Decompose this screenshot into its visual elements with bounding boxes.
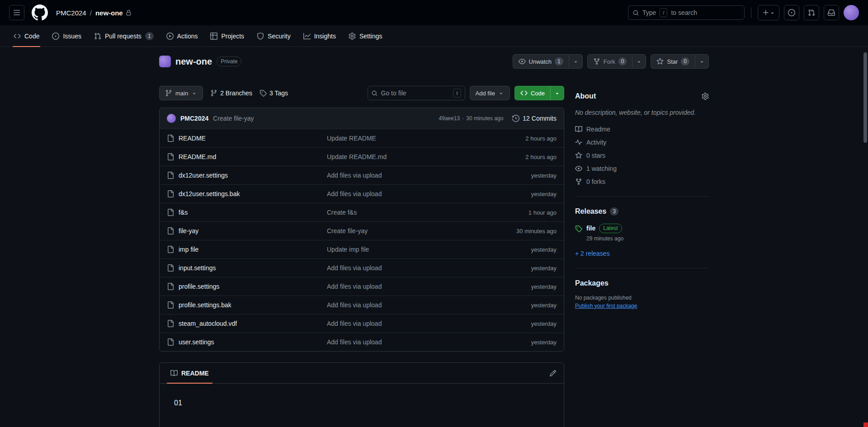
row-commit-message-link[interactable]: Add files via upload — [327, 283, 489, 290]
commit-author-link[interactable]: PMC2024 — [180, 115, 208, 122]
file-name-link[interactable]: user.settings — [179, 338, 214, 346]
row-commit-message-link[interactable]: Add files via upload — [327, 320, 489, 327]
gear-icon[interactable] — [702, 93, 709, 100]
releases-title[interactable]: Releases — [575, 207, 606, 216]
tab-issues[interactable]: Issues — [47, 25, 86, 47]
code-dropdown-button[interactable] — [550, 86, 564, 100]
global-search-input[interactable]: Type / to search — [628, 5, 745, 20]
search-icon — [633, 10, 639, 16]
branches-link[interactable]: 2 Branches — [210, 89, 252, 97]
row-commit-message-link[interactable]: Create f&s — [327, 209, 489, 216]
row-commit-message-link[interactable]: Add files via upload — [327, 264, 489, 272]
fork-button[interactable]: Fork 0 — [587, 54, 632, 69]
row-commit-message-link[interactable]: Update README.md — [327, 153, 489, 160]
latest-release-item[interactable]: file Latest 29 minutes ago — [575, 224, 709, 242]
git-pull-request-icon — [808, 9, 815, 16]
issues-dashboard-button[interactable] — [784, 5, 799, 20]
table-row[interactable]: input.settings Add files via upload yest… — [160, 258, 564, 277]
file-name-link[interactable]: README.md — [179, 153, 216, 160]
repo-nav: Code Issues Pull requests 1 Actions Proj… — [0, 25, 868, 47]
file-name-link[interactable]: profile.settings.bak — [179, 301, 231, 309]
table-row[interactable]: f&s Create f&s 1 hour ago — [160, 203, 564, 221]
file-name-link[interactable]: f&s — [179, 209, 188, 216]
sidebar-item-forks[interactable]: 0 forks — [575, 178, 709, 185]
row-commit-message-link[interactable]: Add files via upload — [327, 338, 489, 346]
commit-author-avatar[interactable] — [167, 114, 176, 123]
table-row[interactable]: dx12user.settings Add files via upload y… — [160, 166, 564, 184]
commit-history-link[interactable]: 12 Commits — [512, 115, 557, 122]
edit-readme-button[interactable] — [546, 366, 560, 380]
hamburger-menu-button[interactable] — [9, 5, 24, 20]
branch-selector-button[interactable]: main — [159, 86, 203, 100]
file-name-link[interactable]: profile.settings — [179, 283, 219, 290]
tab-projects[interactable]: Projects — [205, 25, 250, 47]
tab-settings[interactable]: Settings — [343, 25, 388, 47]
table-row[interactable]: profile.settings.bak Add files via uploa… — [160, 296, 564, 314]
tags-link[interactable]: 3 Tags — [259, 89, 288, 97]
file-name-link[interactable]: dx12user.settings.bak — [179, 190, 240, 197]
table-row[interactable]: README Update README 2 hours ago — [160, 129, 564, 147]
inbox-button[interactable] — [824, 5, 839, 20]
fork-dropdown-button[interactable] — [632, 54, 646, 69]
table-row[interactable]: steam_autocloud.vdf Add files via upload… — [160, 314, 564, 333]
breadcrumb-owner-link[interactable]: PMC2024 — [56, 9, 86, 17]
table-row[interactable]: profile.settings Add files via upload ye… — [160, 277, 564, 296]
tab-insights[interactable]: Insights — [298, 25, 341, 47]
table-row[interactable]: file-yay Create file-yay 30 minutes ago — [160, 221, 564, 240]
row-commit-message-link[interactable]: Update imp file — [327, 246, 489, 253]
user-avatar[interactable] — [844, 5, 859, 20]
tab-actions[interactable]: Actions — [161, 25, 203, 47]
release-name: file — [586, 225, 595, 232]
watch-dropdown-button[interactable] — [569, 54, 583, 69]
file-name-link[interactable]: steam_autocloud.vdf — [179, 320, 237, 327]
tab-pull-requests[interactable]: Pull requests 1 — [89, 25, 159, 47]
pull-requests-dashboard-button[interactable] — [804, 5, 819, 20]
sidebar-item-readme[interactable]: Readme — [575, 126, 709, 133]
file-name-link[interactable]: file-yay — [179, 227, 198, 235]
sidebar-item-watching[interactable]: 1 watching — [575, 165, 709, 172]
fork-label: Fork — [604, 58, 615, 65]
breadcrumb-repo-link[interactable]: new-one — [95, 9, 132, 17]
file-name-link[interactable]: dx12user.settings — [179, 172, 228, 179]
tab-security[interactable]: Security — [251, 25, 296, 47]
sidebar-item-stars[interactable]: 0 stars — [575, 152, 709, 159]
table-row[interactable]: user.settings Add files via upload yeste… — [160, 333, 564, 351]
gear-icon — [349, 33, 356, 40]
fork-icon — [575, 178, 582, 185]
create-new-dropdown-button[interactable] — [758, 5, 779, 20]
more-releases-link[interactable]: + 2 releases — [575, 250, 610, 257]
table-row[interactable]: README.md Update README.md 2 hours ago — [160, 147, 564, 166]
row-commit-message-link[interactable]: Add files via upload — [327, 190, 489, 197]
table-row[interactable]: dx12user.settings.bak Add files via uplo… — [160, 184, 564, 203]
row-commit-message-link[interactable]: Add files via upload — [327, 301, 489, 309]
go-to-file-input[interactable] — [381, 89, 450, 97]
star-label: Star — [667, 58, 678, 65]
row-commit-message-link[interactable]: Add files via upload — [327, 172, 489, 179]
commit-sha-time-link[interactable]: 49aee13 · 30 minutes ago — [439, 115, 504, 122]
tab-code[interactable]: Code — [8, 25, 45, 47]
sidebar-item-activity[interactable]: Activity — [575, 139, 709, 146]
file-age: yesterday — [489, 191, 557, 197]
file-name-link[interactable]: imp file — [179, 246, 198, 253]
packages-empty-text: No packages published — [575, 295, 709, 301]
sidebar-item-label: 0 forks — [586, 178, 605, 185]
star-icon — [656, 58, 664, 65]
file-name-link[interactable]: input.settings — [179, 264, 216, 272]
file-name-link[interactable]: README — [179, 135, 206, 142]
row-commit-message-link[interactable]: Update README — [327, 135, 489, 142]
table-row[interactable]: imp file Update imp file yesterday — [160, 240, 564, 258]
publish-package-link[interactable]: Publish your first package — [575, 303, 637, 309]
repo-owner-avatar[interactable] — [159, 56, 171, 67]
add-file-button[interactable]: Add file — [470, 86, 510, 100]
readme-tab[interactable]: README — [163, 363, 216, 383]
row-commit-message-link[interactable]: Create file-yay — [327, 227, 489, 235]
star-button[interactable]: Star 0 — [651, 54, 695, 69]
commit-message-link[interactable]: Create file-yay — [213, 115, 254, 122]
issue-opened-icon — [52, 33, 59, 40]
vertical-scrollbar-thumb[interactable] — [863, 52, 867, 143]
file-age: yesterday — [489, 246, 557, 253]
code-button[interactable]: Code — [514, 86, 550, 100]
star-dropdown-button[interactable] — [695, 54, 709, 69]
github-logo-icon[interactable] — [32, 5, 48, 21]
unwatch-button[interactable]: Unwatch 1 — [513, 54, 569, 69]
